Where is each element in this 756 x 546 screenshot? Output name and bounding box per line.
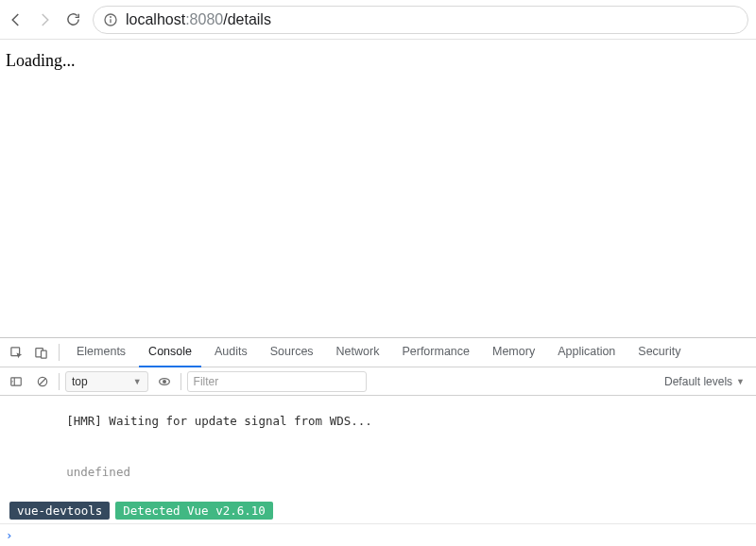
prompt-caret-icon: › — [6, 528, 13, 542]
loading-text: Loading... — [6, 51, 76, 70]
context-label: top — [72, 375, 88, 388]
chevron-down-icon: ▼ — [736, 377, 745, 386]
tab-security[interactable]: Security — [628, 338, 690, 367]
separator — [180, 373, 181, 390]
separator — [59, 373, 60, 390]
vue-detected-badge: Detected Vue v2.6.10 — [115, 502, 273, 520]
svg-line-9 — [40, 378, 46, 384]
devtools-tabbar: Elements Console Audits Sources Network … — [0, 338, 756, 367]
forward-icon — [36, 11, 53, 28]
live-expression-icon[interactable] — [154, 371, 175, 392]
log-row: undefined — [0, 447, 756, 498]
console-toolbar: top ▼ Default levels ▼ — [0, 367, 756, 396]
chevron-down-icon: ▼ — [133, 377, 142, 386]
tab-application[interactable]: Application — [548, 338, 625, 367]
levels-label: Default levels — [664, 375, 732, 388]
site-info-icon[interactable] — [103, 12, 118, 27]
context-selector[interactable]: top ▼ — [65, 371, 148, 392]
console-output: [HMR] Waiting for update signal from WDS… — [0, 396, 756, 546]
url-port: :8080 — [185, 11, 223, 27]
tab-memory[interactable]: Memory — [483, 338, 544, 367]
tab-network[interactable]: Network — [327, 338, 389, 367]
inspect-icon[interactable] — [6, 342, 26, 363]
svg-rect-5 — [41, 350, 46, 358]
tab-sources[interactable]: Sources — [261, 338, 323, 367]
clear-console-icon[interactable] — [32, 371, 53, 392]
device-toggle-icon[interactable] — [30, 342, 51, 363]
tab-audits[interactable]: Audits — [205, 338, 257, 367]
filter-input[interactable] — [187, 371, 367, 392]
reload-icon[interactable] — [64, 11, 81, 28]
console-prompt[interactable]: › — [0, 523, 756, 546]
log-row: vue-devtools Detected Vue v2.6.10 — [0, 498, 756, 523]
log-row: [HMR] Waiting for update signal from WDS… — [0, 396, 756, 447]
tab-elements[interactable]: Elements — [67, 338, 135, 367]
tab-console[interactable]: Console — [139, 338, 201, 367]
console-sidebar-toggle-icon[interactable] — [6, 371, 26, 392]
tab-performance[interactable]: Performance — [392, 338, 479, 367]
svg-point-11 — [163, 380, 166, 384]
log-undefined: undefined — [52, 465, 130, 479]
separator — [59, 344, 60, 361]
page-viewport: Loading... — [0, 40, 756, 337]
svg-point-2 — [111, 16, 112, 17]
url-text: localhost:8080/details — [126, 11, 271, 28]
log-levels-selector[interactable]: Default levels ▼ — [664, 375, 750, 388]
back-icon[interactable] — [8, 11, 25, 28]
browser-toolbar: localhost:8080/details — [0, 0, 756, 40]
url-host: localhost — [126, 11, 185, 27]
url-path: /details — [223, 11, 271, 27]
vue-devtools-badge: vue-devtools — [9, 502, 110, 520]
address-bar[interactable]: localhost:8080/details — [93, 6, 748, 34]
log-message: [HMR] Waiting for update signal from WDS… — [52, 414, 372, 428]
devtools-panel: Elements Console Audits Sources Network … — [0, 337, 756, 546]
